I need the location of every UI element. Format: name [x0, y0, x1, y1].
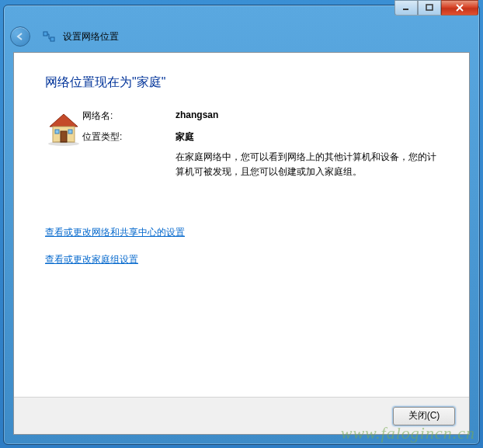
network-sharing-center-link[interactable]: 查看或更改网络和共享中心的设置 — [45, 226, 438, 239]
svg-point-14 — [48, 141, 79, 146]
links-section: 查看或更改网络和共享中心的设置 查看或更改家庭组设置 — [45, 226, 438, 266]
icon-column — [45, 109, 82, 179]
header-area: 设置网络位置 — [10, 24, 473, 49]
window-title: 设置网络位置 — [63, 30, 119, 43]
location-type-value: 家庭 — [175, 130, 438, 144]
window-controls — [394, 0, 478, 16]
inner-content: 网络位置现在为"家庭" 网络名: — [14, 53, 469, 394]
window-close-button[interactable] — [441, 0, 478, 16]
svg-rect-11 — [61, 131, 67, 142]
svg-rect-5 — [50, 37, 54, 41]
network-wizard-icon — [43, 30, 55, 43]
location-type-label: 位置类型: — [82, 130, 175, 179]
back-arrow-icon — [15, 31, 26, 42]
main-heading: 网络位置现在为"家庭" — [45, 75, 438, 91]
window-frame: 设置网络位置 网络位置现在为"家庭" — [3, 5, 480, 445]
svg-rect-12 — [55, 130, 59, 134]
network-name-label: 网络名: — [82, 109, 175, 123]
content-panel: 网络位置现在为"家庭" 网络名: — [13, 52, 470, 435]
back-button — [10, 26, 30, 47]
network-name-value: zhangsan — [175, 109, 438, 123]
svg-marker-9 — [50, 114, 78, 127]
network-info-section: 网络名: zhangsan 位置类型: 家庭 在家庭网络中，您可以看到网络上的其… — [45, 109, 438, 179]
titlebar — [4, 5, 479, 21]
svg-rect-1 — [426, 5, 433, 10]
maximize-button[interactable] — [418, 0, 441, 16]
maximize-icon — [426, 4, 433, 12]
location-description: 在家庭网络中，您可以看到网络上的其他计算机和设备，您的计算机可被发现，且您可以创… — [175, 150, 438, 179]
close-button[interactable]: 关闭(C) — [393, 407, 455, 425]
minimize-button[interactable] — [394, 0, 418, 16]
close-icon — [455, 4, 464, 12]
minimize-icon — [402, 4, 410, 12]
homegroup-settings-link[interactable]: 查看或更改家庭组设置 — [45, 253, 438, 266]
house-icon — [45, 109, 82, 147]
svg-rect-4 — [43, 32, 47, 36]
footer-area: 关闭(C) — [14, 397, 469, 434]
svg-rect-13 — [68, 130, 72, 134]
info-table: 网络名: zhangsan 位置类型: 家庭 在家庭网络中，您可以看到网络上的其… — [82, 109, 438, 179]
